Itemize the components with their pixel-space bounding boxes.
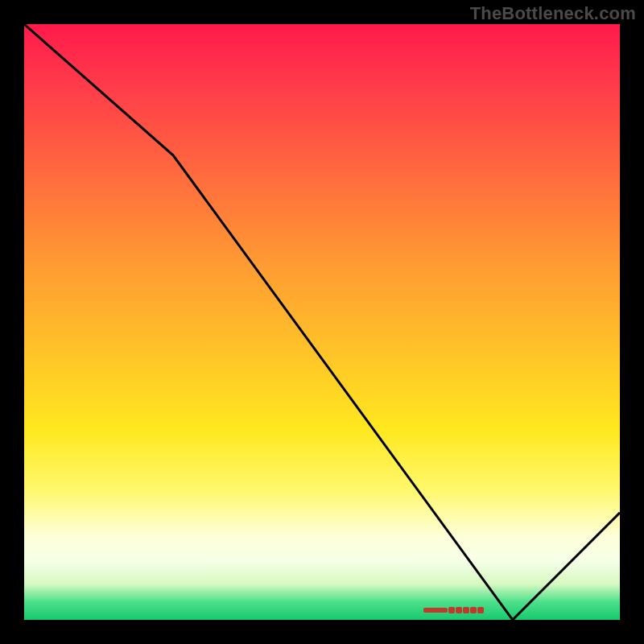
chart-frame: TheBottleneck.com (0, 0, 644, 644)
plot-area (24, 24, 620, 620)
bottleneck-curve (24, 24, 620, 620)
attribution-text: TheBottleneck.com (470, 3, 636, 24)
curve-line (24, 24, 620, 620)
